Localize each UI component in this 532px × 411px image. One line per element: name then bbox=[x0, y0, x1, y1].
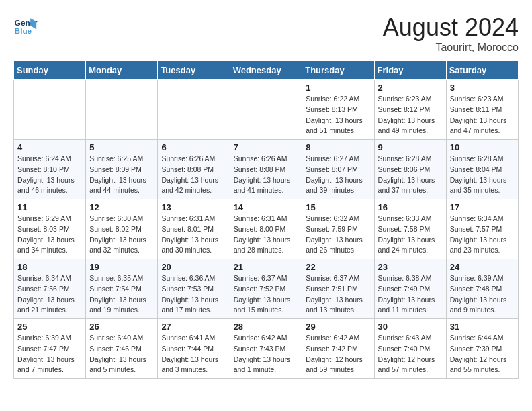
weekday-header-thursday: Thursday bbox=[302, 61, 374, 80]
calendar-cell: 31Sunrise: 6:44 AM Sunset: 7:39 PM Dayli… bbox=[446, 319, 518, 379]
calendar-cell: 2Sunrise: 6:23 AM Sunset: 8:12 PM Daylig… bbox=[374, 80, 446, 140]
day-info: Sunrise: 6:33 AM Sunset: 7:58 PM Dayligh… bbox=[378, 214, 443, 256]
day-number: 14 bbox=[234, 202, 299, 212]
day-info: Sunrise: 6:31 AM Sunset: 8:01 PM Dayligh… bbox=[161, 214, 226, 256]
logo: General Blue bbox=[13, 13, 38, 38]
day-info: Sunrise: 6:27 AM Sunset: 8:07 PM Dayligh… bbox=[306, 154, 370, 196]
day-number: 16 bbox=[378, 202, 443, 212]
day-number: 21 bbox=[234, 262, 299, 272]
calendar-cell: 1Sunrise: 6:22 AM Sunset: 8:13 PM Daylig… bbox=[302, 80, 374, 140]
day-info: Sunrise: 6:25 AM Sunset: 8:09 PM Dayligh… bbox=[89, 154, 154, 196]
day-number: 9 bbox=[378, 142, 443, 152]
day-info: Sunrise: 6:43 AM Sunset: 7:40 PM Dayligh… bbox=[378, 333, 443, 375]
day-number: 20 bbox=[161, 262, 226, 272]
day-info: Sunrise: 6:28 AM Sunset: 8:06 PM Dayligh… bbox=[378, 154, 443, 196]
day-info: Sunrise: 6:30 AM Sunset: 8:02 PM Dayligh… bbox=[89, 214, 154, 256]
calendar-cell: 14Sunrise: 6:31 AM Sunset: 8:00 PM Dayli… bbox=[230, 199, 302, 259]
day-info: Sunrise: 6:37 AM Sunset: 7:51 PM Dayligh… bbox=[306, 273, 370, 316]
calendar-cell: 16Sunrise: 6:33 AM Sunset: 7:58 PM Dayli… bbox=[374, 199, 446, 259]
calendar-cell: 29Sunrise: 6:42 AM Sunset: 7:42 PM Dayli… bbox=[302, 319, 374, 379]
day-number: 25 bbox=[17, 322, 82, 332]
calendar-cell: 6Sunrise: 6:26 AM Sunset: 8:08 PM Daylig… bbox=[158, 140, 230, 199]
day-number: 29 bbox=[306, 322, 370, 332]
month-title: August 2024 bbox=[383, 13, 519, 42]
day-number: 11 bbox=[17, 202, 82, 212]
calendar-cell: 30Sunrise: 6:43 AM Sunset: 7:40 PM Dayli… bbox=[374, 319, 446, 379]
calendar-cell bbox=[158, 80, 230, 140]
page-header: General Blue August 2024 Taourirt, Moroc… bbox=[13, 13, 519, 54]
day-number: 17 bbox=[450, 202, 515, 212]
day-info: Sunrise: 6:40 AM Sunset: 7:46 PM Dayligh… bbox=[89, 333, 154, 375]
day-number: 22 bbox=[306, 262, 370, 272]
title-block: August 2024 Taourirt, Morocco bbox=[383, 13, 519, 54]
calendar-cell: 4Sunrise: 6:24 AM Sunset: 8:10 PM Daylig… bbox=[14, 140, 86, 199]
day-info: Sunrise: 6:26 AM Sunset: 8:08 PM Dayligh… bbox=[234, 154, 299, 196]
logo-icon: General Blue bbox=[13, 13, 38, 38]
calendar-week-3: 11Sunrise: 6:29 AM Sunset: 8:03 PM Dayli… bbox=[14, 199, 519, 259]
calendar-cell bbox=[86, 80, 158, 140]
day-info: Sunrise: 6:39 AM Sunset: 7:47 PM Dayligh… bbox=[17, 333, 82, 375]
calendar-cell: 11Sunrise: 6:29 AM Sunset: 8:03 PM Dayli… bbox=[14, 199, 86, 259]
calendar-table: SundayMondayTuesdayWednesdayThursdayFrid… bbox=[13, 60, 519, 379]
calendar-cell: 3Sunrise: 6:23 AM Sunset: 8:11 PM Daylig… bbox=[446, 80, 518, 140]
day-info: Sunrise: 6:22 AM Sunset: 8:13 PM Dayligh… bbox=[306, 94, 370, 136]
calendar-cell: 24Sunrise: 6:39 AM Sunset: 7:48 PM Dayli… bbox=[446, 259, 518, 319]
day-info: Sunrise: 6:28 AM Sunset: 8:04 PM Dayligh… bbox=[450, 154, 515, 196]
day-number: 30 bbox=[378, 322, 443, 332]
weekday-header-monday: Monday bbox=[86, 61, 158, 80]
day-number: 5 bbox=[89, 142, 154, 152]
weekday-header-tuesday: Tuesday bbox=[158, 61, 230, 80]
weekday-header-friday: Friday bbox=[374, 61, 446, 80]
day-info: Sunrise: 6:44 AM Sunset: 7:39 PM Dayligh… bbox=[450, 333, 515, 375]
calendar-week-4: 18Sunrise: 6:34 AM Sunset: 7:56 PM Dayli… bbox=[14, 259, 519, 319]
calendar-cell: 9Sunrise: 6:28 AM Sunset: 8:06 PM Daylig… bbox=[374, 140, 446, 199]
day-info: Sunrise: 6:23 AM Sunset: 8:11 PM Dayligh… bbox=[450, 94, 515, 136]
day-info: Sunrise: 6:37 AM Sunset: 7:52 PM Dayligh… bbox=[234, 273, 299, 316]
calendar-week-1: 1Sunrise: 6:22 AM Sunset: 8:13 PM Daylig… bbox=[14, 80, 519, 140]
calendar-cell: 25Sunrise: 6:39 AM Sunset: 7:47 PM Dayli… bbox=[14, 319, 86, 379]
calendar-cell: 5Sunrise: 6:25 AM Sunset: 8:09 PM Daylig… bbox=[86, 140, 158, 199]
day-info: Sunrise: 6:31 AM Sunset: 8:00 PM Dayligh… bbox=[234, 214, 299, 256]
day-info: Sunrise: 6:42 AM Sunset: 7:43 PM Dayligh… bbox=[234, 333, 299, 375]
calendar-cell: 17Sunrise: 6:34 AM Sunset: 7:57 PM Dayli… bbox=[446, 199, 518, 259]
day-number: 12 bbox=[89, 202, 154, 212]
calendar-cell: 15Sunrise: 6:32 AM Sunset: 7:59 PM Dayli… bbox=[302, 199, 374, 259]
day-number: 23 bbox=[378, 262, 443, 272]
day-number: 24 bbox=[450, 262, 515, 272]
calendar-cell: 10Sunrise: 6:28 AM Sunset: 8:04 PM Dayli… bbox=[446, 140, 518, 199]
calendar-cell: 19Sunrise: 6:35 AM Sunset: 7:54 PM Dayli… bbox=[86, 259, 158, 319]
day-number: 18 bbox=[17, 262, 82, 272]
day-info: Sunrise: 6:39 AM Sunset: 7:48 PM Dayligh… bbox=[450, 273, 515, 316]
weekday-header-sunday: Sunday bbox=[14, 61, 86, 80]
calendar-cell bbox=[14, 80, 86, 140]
day-number: 7 bbox=[234, 142, 299, 152]
day-info: Sunrise: 6:36 AM Sunset: 7:53 PM Dayligh… bbox=[161, 273, 226, 316]
calendar-cell: 27Sunrise: 6:41 AM Sunset: 7:44 PM Dayli… bbox=[158, 319, 230, 379]
day-info: Sunrise: 6:26 AM Sunset: 8:08 PM Dayligh… bbox=[161, 154, 226, 196]
day-info: Sunrise: 6:35 AM Sunset: 7:54 PM Dayligh… bbox=[89, 273, 154, 316]
weekday-header-saturday: Saturday bbox=[446, 61, 518, 80]
weekday-header-wednesday: Wednesday bbox=[230, 61, 302, 80]
day-info: Sunrise: 6:38 AM Sunset: 7:49 PM Dayligh… bbox=[378, 273, 443, 316]
day-number: 28 bbox=[234, 322, 299, 332]
day-info: Sunrise: 6:34 AM Sunset: 7:57 PM Dayligh… bbox=[450, 214, 515, 256]
day-number: 15 bbox=[306, 202, 370, 212]
calendar-cell: 28Sunrise: 6:42 AM Sunset: 7:43 PM Dayli… bbox=[230, 319, 302, 379]
day-info: Sunrise: 6:29 AM Sunset: 8:03 PM Dayligh… bbox=[17, 214, 82, 256]
day-number: 13 bbox=[161, 202, 226, 212]
day-number: 4 bbox=[17, 142, 82, 152]
day-info: Sunrise: 6:32 AM Sunset: 7:59 PM Dayligh… bbox=[306, 214, 370, 256]
day-info: Sunrise: 6:34 AM Sunset: 7:56 PM Dayligh… bbox=[17, 273, 82, 316]
day-number: 31 bbox=[450, 322, 515, 332]
day-number: 27 bbox=[161, 322, 226, 332]
calendar-cell: 18Sunrise: 6:34 AM Sunset: 7:56 PM Dayli… bbox=[14, 259, 86, 319]
calendar-cell: 23Sunrise: 6:38 AM Sunset: 7:49 PM Dayli… bbox=[374, 259, 446, 319]
location: Taourirt, Morocco bbox=[383, 42, 519, 54]
svg-text:Blue: Blue bbox=[15, 26, 32, 35]
calendar-week-5: 25Sunrise: 6:39 AM Sunset: 7:47 PM Dayli… bbox=[14, 319, 519, 379]
day-number: 10 bbox=[450, 142, 515, 152]
day-number: 19 bbox=[89, 262, 154, 272]
day-info: Sunrise: 6:42 AM Sunset: 7:42 PM Dayligh… bbox=[306, 333, 370, 375]
day-number: 2 bbox=[378, 83, 443, 93]
weekday-header-row: SundayMondayTuesdayWednesdayThursdayFrid… bbox=[14, 61, 519, 80]
